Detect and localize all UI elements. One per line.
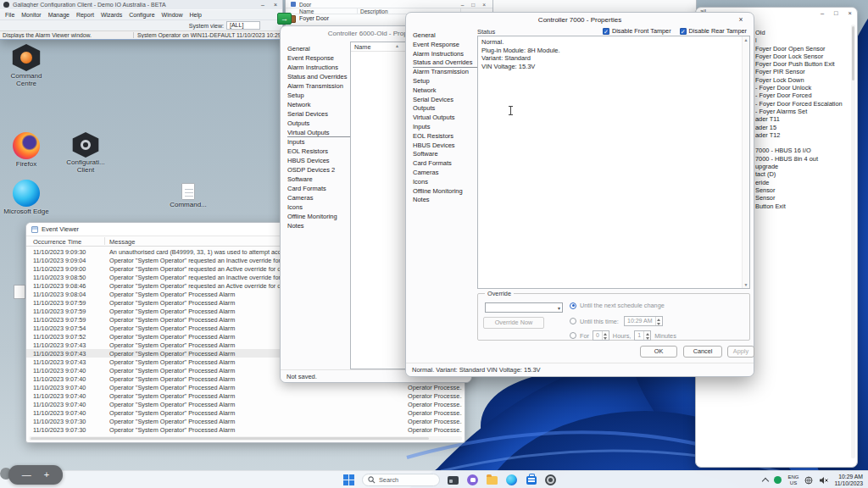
hours-spinner[interactable] (602, 331, 609, 340)
until-next-schedule-option[interactable]: Until the next schedule change (570, 302, 665, 309)
system-view-go-button[interactable]: → (277, 13, 292, 25)
checkbox-checked-icon[interactable]: ✓ (603, 28, 609, 35)
close-icon[interactable]: × (274, 2, 277, 8)
tray-chevron-up-icon[interactable] (762, 478, 769, 485)
list-item[interactable]: - Foyer Door Unlock (755, 84, 850, 92)
nav-item[interactable]: Status and Overrides (287, 72, 350, 81)
nav-item[interactable]: Outputs (287, 119, 350, 128)
menu-item[interactable]: Report (73, 12, 97, 18)
desktop-icon-edge[interactable]: Microsoft Edge (0, 180, 53, 216)
clock[interactable]: 10:29 AM 11/10/2023 (834, 474, 863, 486)
table-row[interactable]: 11/10/2023 9:07:40 Operator "System Oper… (26, 383, 464, 391)
list-item[interactable]: Button Exit (755, 202, 850, 210)
window-title[interactable]: Controller 7000 - Properties × (406, 13, 754, 26)
disable-rear-tamper-option[interactable]: ✓ Disable Rear Tamper (680, 27, 747, 35)
table-row[interactable]: 11/10/2023 9:07:40 Operator "System Oper… (26, 400, 464, 408)
list-item[interactable]: Foyer Door Open Sensor (755, 45, 850, 53)
minutes-spinner[interactable] (643, 331, 650, 340)
column-header-description[interactable]: Description (360, 8, 388, 14)
nav-item[interactable]: Icons (413, 178, 477, 187)
maximize-icon[interactable]: □ (471, 2, 475, 8)
for-duration-option[interactable]: For 0 Hours, 1 Minutes (570, 330, 676, 341)
radio-selected-icon[interactable] (570, 302, 576, 309)
nav-item[interactable]: Setup (413, 77, 477, 86)
hours-input[interactable]: 0 (593, 330, 609, 341)
scrollbar-thumb[interactable] (852, 26, 854, 80)
nav-item[interactable]: Setup (287, 91, 350, 100)
time-spinner[interactable] (655, 317, 662, 325)
list-item[interactable]: tact (D) (755, 170, 850, 178)
nav-item[interactable]: Card Formats (413, 159, 477, 169)
override-now-button[interactable]: Override Now (483, 317, 544, 329)
close-icon[interactable]: × (482, 2, 486, 8)
tray-app-icon[interactable] (774, 476, 782, 484)
scroll-down-icon[interactable]: ▼ (743, 282, 749, 287)
override-dropdown[interactable]: ▾ (485, 302, 563, 313)
nav-item[interactable]: Alarm Transmission (413, 68, 477, 77)
list-item[interactable]: Foyer Door Lock Sensor (755, 53, 850, 60)
list-item[interactable]: Old (755, 29, 850, 36)
list-item[interactable]: Foyer Lock Down (755, 76, 850, 84)
nav-item[interactable]: Event Response (413, 41, 477, 50)
list-item[interactable]: Foyer PIR Sensor (755, 68, 850, 75)
apply-button[interactable]: Apply (727, 346, 754, 358)
list-item[interactable] (755, 139, 850, 147)
nav-item[interactable]: HBUS Devices (287, 156, 350, 165)
menu-item[interactable]: Configure (125, 12, 158, 18)
nav-item[interactable]: Inputs (413, 123, 477, 132)
menu-item[interactable]: Monitor (18, 12, 44, 18)
system-view-select[interactable]: [ALL] (226, 21, 260, 30)
desktop-icon-firefox[interactable]: Firefox (0, 132, 53, 169)
nav-item[interactable]: Offline Monitoring (287, 212, 350, 221)
task-view-button[interactable] (447, 474, 459, 486)
list-item[interactable]: - Foyer Door Forced (755, 92, 850, 99)
checkbox-checked-icon[interactable]: ✓ (680, 28, 687, 35)
minimize-icon[interactable]: – (261, 2, 264, 8)
nav-item[interactable]: Serial Devices (287, 109, 350, 119)
scrollbar-thumb[interactable] (31, 437, 429, 440)
desktop-icon-command-doc[interactable]: Command... (166, 183, 210, 209)
nav-item[interactable]: Virtual Outputs (413, 114, 477, 123)
list-item[interactable]: ader 15 (755, 124, 850, 131)
status-textbox[interactable]: Normal. Plug-in Module: 8H Module. Varia… (477, 36, 750, 289)
nav-item[interactable]: Notes (413, 196, 477, 205)
edge-button[interactable] (505, 474, 518, 486)
table-row[interactable]: 11/10/2023 9:07:30 Operator "System Oper… (26, 425, 464, 434)
table-row[interactable]: 11/10/2023 9:07:40 Operator "System Oper… (26, 391, 464, 400)
list-item[interactable]: ader T12 (755, 131, 850, 139)
nav-item[interactable]: HBUS Devices (413, 141, 477, 151)
desktop-icon-command-centre[interactable]: ↗ Command Centre (0, 44, 53, 87)
nav-item[interactable]: Alarm Instructions (287, 63, 350, 72)
column-header-name[interactable]: Name (299, 8, 314, 14)
vertical-scrollbar[interactable] (851, 25, 855, 458)
nav-item[interactable]: Network (413, 86, 477, 96)
zoom-in-button[interactable]: + (44, 470, 49, 480)
list-item[interactable]: Sensor (755, 186, 850, 194)
minutes-input[interactable]: 1 (634, 330, 651, 341)
nav-item[interactable]: Inputs (287, 137, 350, 147)
menu-item[interactable]: Manage (45, 12, 73, 18)
nav-item[interactable]: EOL Resistors (413, 132, 477, 141)
desktop-icon-configuration-client[interactable]: ↗ Configurati... Client (61, 132, 110, 174)
nav-item[interactable]: Notes (287, 221, 350, 230)
settings-app-button[interactable] (544, 474, 557, 486)
menu-item[interactable]: Wizards (97, 12, 125, 18)
nav-item[interactable]: Cameras (413, 169, 477, 178)
file-explorer-button[interactable] (486, 474, 498, 486)
column-header-name[interactable]: Name (354, 43, 370, 51)
column-header-message[interactable]: Message (109, 238, 135, 246)
close-icon[interactable]: × (849, 9, 852, 17)
sort-up-icon[interactable]: ▲ (395, 43, 399, 48)
chat-button[interactable] (466, 474, 479, 486)
nav-item[interactable]: Network (287, 100, 350, 109)
main-titlebar[interactable]: Gallagher Configuration Client - Demo IO… (0, 0, 282, 9)
nav-item[interactable]: Alarm Transmission (287, 81, 350, 91)
until-this-time-option[interactable]: Until this time: 10:29 AM (570, 316, 663, 326)
menu-item[interactable]: File (2, 12, 18, 18)
radio-icon[interactable] (570, 332, 576, 339)
search-input[interactable]: Search (362, 474, 440, 486)
list-item[interactable]: eride (755, 179, 850, 186)
list-item[interactable]: ader T11 (755, 115, 850, 123)
scroll-up-icon[interactable]: ▲ (743, 37, 749, 42)
minimize-icon[interactable]: – (461, 2, 465, 8)
